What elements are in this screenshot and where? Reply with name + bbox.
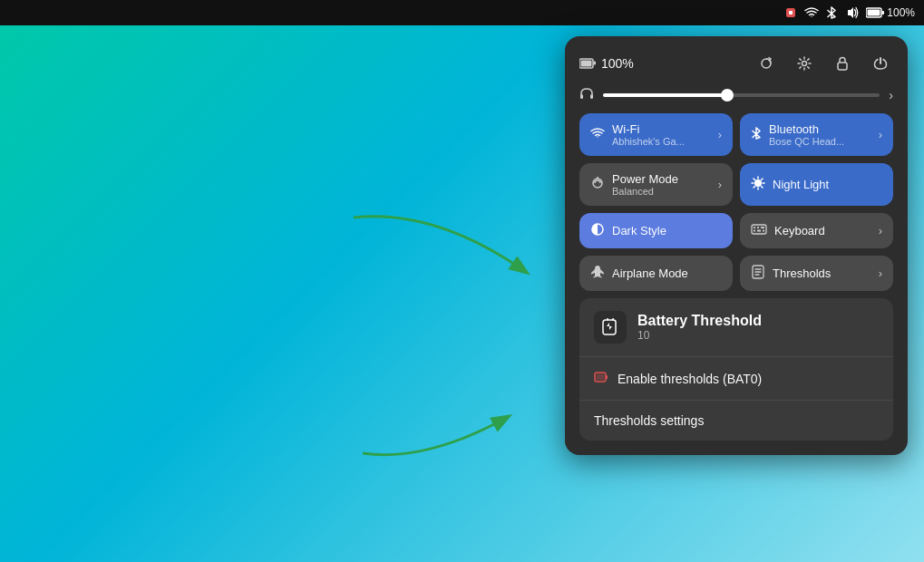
dark-keyboard-row: Dark Style Keyboard › — [579, 213, 893, 248]
svg-rect-32 — [763, 230, 764, 232]
svg-line-24 — [754, 187, 755, 189]
bluetooth-title: Bluetooth — [769, 122, 871, 136]
svg-line-22 — [762, 187, 764, 189]
svg-point-11 — [802, 62, 807, 66]
dark-style-title: Dark Style — [612, 224, 722, 237]
notification-icon[interactable] — [784, 6, 797, 19]
svg-line-21 — [754, 179, 755, 180]
volume-slider[interactable] — [603, 93, 880, 97]
keyboard-button[interactable]: Keyboard › — [740, 213, 893, 248]
volume-row: › — [579, 87, 893, 102]
lock-icon[interactable] — [830, 51, 855, 76]
svg-rect-31 — [757, 230, 761, 232]
keyboard-arrow[interactable]: › — [879, 224, 882, 237]
airplane-title: Airplane Mode — [612, 266, 722, 280]
svg-rect-30 — [754, 230, 755, 232]
bluetooth-button[interactable]: Bluetooth Bose QC Head... › — [740, 113, 893, 156]
panel-header-icons — [754, 51, 893, 76]
wifi-btn-icon — [590, 127, 605, 142]
battery-threshold-panel: Battery Threshold 10 Enable thresholds (… — [579, 298, 893, 441]
volume-slider-fill — [603, 93, 727, 97]
airplane-btn-text: Airplane Mode — [612, 266, 722, 280]
svg-rect-6 — [868, 10, 880, 16]
power-night-row: Power Mode Balanced › N — [579, 163, 893, 206]
wifi-button[interactable]: Wi-Fi Abhishek's Ga... › — [579, 113, 733, 156]
svg-rect-33 — [763, 227, 764, 228]
power-icon[interactable] — [868, 51, 893, 76]
wifi-bluetooth-row: Wi-Fi Abhishek's Ga... › Bluetooth Bose … — [579, 113, 893, 156]
wifi-title: Wi-Fi — [612, 122, 711, 136]
dark-style-button[interactable]: Dark Style — [579, 213, 733, 248]
power-mode-btn-text: Power Mode Balanced — [612, 172, 711, 197]
thresholds-button[interactable]: Thresholds › — [740, 256, 893, 291]
svg-rect-3 — [789, 11, 793, 15]
bluetooth-arrow[interactable]: › — [879, 128, 882, 141]
enable-thresholds-item[interactable]: Enable thresholds (BAT0) — [579, 356, 893, 400]
keyboard-title: Keyboard — [774, 224, 871, 237]
svg-point-16 — [754, 179, 762, 187]
battery-topbar-label: 100% — [887, 6, 915, 19]
thresholds-arrow[interactable]: › — [879, 266, 882, 280]
airplane-mode-button[interactable]: Airplane Mode — [579, 256, 733, 291]
system-topbar: 100% — [0, 0, 924, 25]
enable-thresholds-text: Enable thresholds (BAT0) — [618, 372, 762, 386]
svg-rect-14 — [590, 94, 593, 99]
bluetooth-subtitle: Bose QC Head... — [769, 136, 871, 147]
svg-rect-28 — [757, 227, 759, 228]
volume-expand-arrow[interactable]: › — [889, 88, 893, 102]
power-mode-arrow[interactable]: › — [718, 178, 722, 191]
volume-slider-thumb[interactable] — [721, 89, 734, 102]
svg-rect-27 — [754, 227, 755, 228]
svg-rect-8 — [594, 62, 597, 65]
bluetooth-btn-text: Bluetooth Bose QC Head... — [769, 122, 871, 147]
headphone-icon — [579, 87, 594, 102]
wifi-icon[interactable] — [804, 6, 819, 19]
svg-rect-38 — [597, 374, 605, 381]
battery-topbar[interactable]: 100% — [866, 6, 915, 19]
power-mode-button[interactable]: Power Mode Balanced › — [579, 163, 733, 206]
battery-threshold-icon-wrap — [594, 311, 627, 344]
svg-rect-9 — [581, 61, 592, 67]
quick-settings-panel: 100% — [565, 36, 908, 455]
battery-threshold-header: Battery Threshold 10 — [579, 298, 893, 356]
battery-threshold-number: 10 — [637, 329, 879, 342]
keyboard-btn-text: Keyboard — [774, 224, 871, 237]
svg-rect-5 — [882, 11, 885, 15]
svg-rect-37 — [606, 375, 608, 379]
thresholds-title: Thresholds — [773, 266, 871, 280]
night-light-button[interactable]: Night Light — [740, 163, 893, 206]
panel-battery-display: 100% — [579, 56, 634, 71]
night-light-icon — [751, 176, 765, 193]
thresholds-settings-text: Thresholds settings — [594, 413, 704, 428]
panel-header: 100% — [579, 51, 893, 76]
power-mode-icon — [590, 176, 605, 193]
thresholds-btn-icon — [751, 265, 765, 282]
settings-icon[interactable] — [792, 51, 817, 76]
screen-rotate-icon[interactable] — [754, 51, 779, 76]
wifi-arrow[interactable]: › — [718, 128, 722, 141]
battery-threshold-title-block: Battery Threshold 10 — [637, 313, 879, 342]
svg-line-23 — [762, 179, 764, 180]
bluetooth-topbar-icon[interactable] — [826, 6, 837, 19]
svg-rect-13 — [580, 94, 583, 99]
dark-style-icon — [590, 222, 605, 239]
battery-threshold-title: Battery Threshold — [637, 313, 879, 329]
airplane-icon — [590, 265, 605, 282]
svg-rect-26 — [752, 225, 766, 234]
wifi-btn-text: Wi-Fi Abhishek's Ga... — [612, 122, 711, 147]
red-battery-icon — [594, 370, 608, 387]
thresholds-btn-text: Thresholds — [773, 266, 871, 280]
keyboard-icon — [751, 223, 767, 238]
wifi-subtitle: Abhishek's Ga... — [612, 136, 711, 147]
power-mode-title: Power Mode — [612, 172, 711, 186]
panel-battery-label: 100% — [601, 56, 634, 71]
night-light-title: Night Light — [773, 178, 882, 191]
thresholds-settings-item[interactable]: Thresholds settings — [579, 400, 893, 441]
dark-style-btn-text: Dark Style — [612, 224, 722, 237]
airplane-thresholds-row: Airplane Mode Thresholds › — [579, 256, 893, 291]
power-mode-subtitle: Balanced — [612, 186, 711, 197]
bluetooth-btn-icon — [751, 127, 762, 142]
svg-rect-29 — [761, 227, 763, 228]
svg-rect-12 — [838, 63, 847, 70]
volume-topbar-icon[interactable] — [844, 6, 859, 19]
